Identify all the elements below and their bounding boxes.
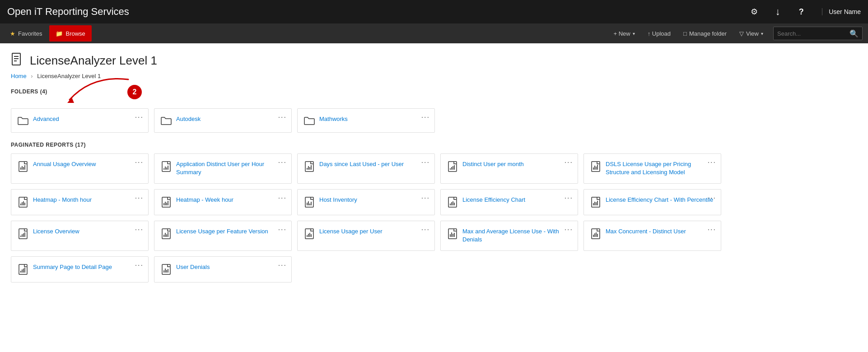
svg-rect-77 (594, 233, 595, 237)
report-card-heatmap-week-menu[interactable]: ··· (278, 194, 287, 202)
report-card-heatmap-week-title: Heatmap - Week hour (176, 196, 233, 204)
view-caret-icon: ▾ (761, 31, 763, 36)
report-card-app-distinct[interactable]: ··· Application Distinct User per Hour S… (154, 153, 292, 184)
report-card-max-concurrent-menu[interactable]: ··· (708, 226, 716, 234)
folder-icon-toolbar: □ (683, 30, 687, 37)
folder-card-advanced[interactable]: ··· Advanced (11, 108, 149, 133)
report-card-license-user-menu[interactable]: ··· (421, 226, 430, 234)
report-card-distinct-user-month[interactable]: ··· Distinct User per month (440, 153, 578, 184)
settings-icon[interactable]: ⚙ (747, 5, 761, 19)
report-card-days-since[interactable]: ··· Days since Last Used - per User (297, 153, 435, 184)
report-card-license-overview-menu[interactable]: ··· (135, 226, 144, 234)
report-card-license-eff[interactable]: ··· License Efficiency Chart (440, 189, 578, 215)
svg-rect-44 (311, 202, 312, 205)
page-header: LicenseAnalyzer Level 1 (11, 52, 857, 69)
svg-rect-82 (22, 269, 23, 273)
svg-rect-52 (594, 202, 595, 205)
search-icon: 🔍 (849, 29, 859, 38)
report-card-dsls[interactable]: ··· DSLS License Usage per Pricing Struc… (583, 153, 721, 184)
reports-section-label: PAGINATED REPORTS (17) (11, 142, 857, 148)
favorites-button[interactable]: ★ Favorites (4, 25, 48, 42)
report-card-license-eff-pct-menu[interactable]: ··· (708, 194, 716, 202)
svg-rect-49 (454, 203, 455, 205)
svg-rect-22 (451, 167, 452, 170)
reports-grid: ··· Annual Usage Overview (11, 153, 857, 283)
svg-rect-41 (307, 203, 308, 205)
report-card-days-since-menu[interactable]: ··· (421, 158, 430, 167)
report-card-license-user-title: License Usage per User (319, 227, 382, 236)
folder-card-advanced-menu[interactable]: ··· (135, 113, 144, 121)
report-card-user-denials-menu[interactable]: ··· (278, 261, 287, 269)
report-card-license-user[interactable]: ··· License Usage per User (297, 221, 435, 251)
report-card-heatmap-month[interactable]: ··· Heatmap - Month hour (11, 189, 149, 215)
svg-rect-59 (24, 232, 25, 237)
report-card-max-concurrent-title: Max Concurrent - Distinct User (606, 227, 686, 236)
svg-rect-63 (166, 234, 167, 237)
report-card-license-feature[interactable]: ··· License Usage per Feature Version (154, 221, 292, 251)
new-button[interactable]: + New ▾ (608, 26, 640, 41)
reports-section: PAGINATED REPORTS (17) ··· (11, 142, 857, 283)
svg-rect-39 (168, 201, 168, 205)
nav-icons: ⚙ ↓ ? User Name (747, 5, 861, 19)
svg-rect-47 (451, 202, 452, 205)
download-icon[interactable]: ↓ (770, 5, 785, 19)
page-icon (11, 52, 24, 69)
report-card-user-denials-title: User Denials (176, 263, 210, 271)
svg-rect-88 (166, 270, 167, 273)
report-card-summary-detail[interactable]: ··· Summary Page to Detail Page (11, 256, 149, 283)
toolbar: ★ Favorites 📁 Browse + New ▾ ↑ Upload □ … (0, 23, 868, 43)
page-title: LicenseAnalyzer Level 1 (30, 54, 157, 68)
report-card-summary-detail-title: Summary Page to Detail Page (33, 263, 112, 271)
report-card-user-denials[interactable]: ··· User Denials (154, 256, 292, 283)
report-icon-distinct-user-month (447, 161, 458, 172)
svg-rect-12 (165, 167, 166, 170)
svg-rect-71 (450, 234, 451, 237)
report-card-app-distinct-title: Application Distinct User per Hour Summa… (176, 160, 285, 176)
svg-rect-89 (168, 269, 168, 273)
svg-rect-54 (597, 201, 598, 205)
report-card-license-eff-pct[interactable]: ··· License Efficiency Chart - With Perc… (583, 189, 721, 215)
folder-card-mathworks[interactable]: ··· Mathworks (297, 108, 435, 133)
report-card-heatmap-week[interactable]: ··· Heatmap - Week hour (154, 189, 292, 215)
report-card-annual-usage[interactable]: ··· Annual Usage Overview (11, 153, 149, 184)
report-card-heatmap-month-menu[interactable]: ··· (135, 194, 144, 202)
svg-rect-46 (450, 204, 451, 205)
search-input[interactable] (777, 30, 849, 37)
report-card-app-distinct-menu[interactable]: ··· (278, 158, 287, 167)
folder-card-mathworks-menu[interactable]: ··· (421, 113, 430, 121)
upload-button[interactable]: ↑ Upload (642, 26, 676, 41)
report-card-max-avg-menu[interactable]: ··· (565, 226, 573, 234)
browse-button[interactable]: 📁 Browse (49, 25, 91, 42)
report-card-dsls-menu[interactable]: ··· (708, 158, 716, 167)
view-button[interactable]: ▽ View ▾ (734, 26, 769, 41)
report-card-license-overview[interactable]: ··· License Overview (11, 221, 149, 251)
help-icon[interactable]: ? (794, 5, 808, 19)
report-card-annual-usage-menu[interactable]: ··· (135, 158, 144, 167)
manage-folder-button[interactable]: □ Manage folder (678, 26, 732, 41)
breadcrumb-home[interactable]: Home (11, 73, 27, 79)
report-card-host-inventory-menu[interactable]: ··· (421, 194, 430, 202)
svg-rect-36 (163, 203, 164, 205)
folder-card-autodesk[interactable]: ··· Autodesk (154, 108, 292, 133)
svg-rect-37 (165, 202, 166, 205)
report-card-license-feature-menu[interactable]: ··· (278, 226, 287, 234)
folder-icon-autodesk (161, 116, 172, 125)
report-card-license-eff-title: License Efficiency Chart (462, 196, 525, 204)
report-card-host-inventory-title: Host Inventory (319, 196, 357, 204)
report-card-max-concurrent[interactable]: ··· Max Concurrent - Distinct User (583, 221, 721, 251)
report-card-host-inventory[interactable]: ··· Host Inventory (297, 189, 435, 215)
report-icon-license-user (304, 228, 315, 239)
new-caret-icon: ▾ (633, 31, 635, 36)
report-card-max-avg[interactable]: ··· Max and Average License Use - With D… (440, 221, 578, 251)
svg-rect-42 (308, 201, 309, 205)
search-container[interactable]: 🔍 (773, 27, 863, 40)
report-card-license-eff-menu[interactable]: ··· (565, 194, 573, 202)
report-icon-max-avg (447, 228, 458, 239)
report-card-distinct-user-month-menu[interactable]: ··· (565, 158, 573, 167)
svg-rect-78 (596, 232, 597, 237)
folder-card-advanced-title: Advanced (33, 115, 59, 123)
report-card-summary-detail-menu[interactable]: ··· (135, 261, 144, 269)
svg-rect-76 (593, 235, 594, 237)
report-icon-license-eff (447, 197, 458, 208)
folder-card-autodesk-menu[interactable]: ··· (278, 113, 287, 121)
